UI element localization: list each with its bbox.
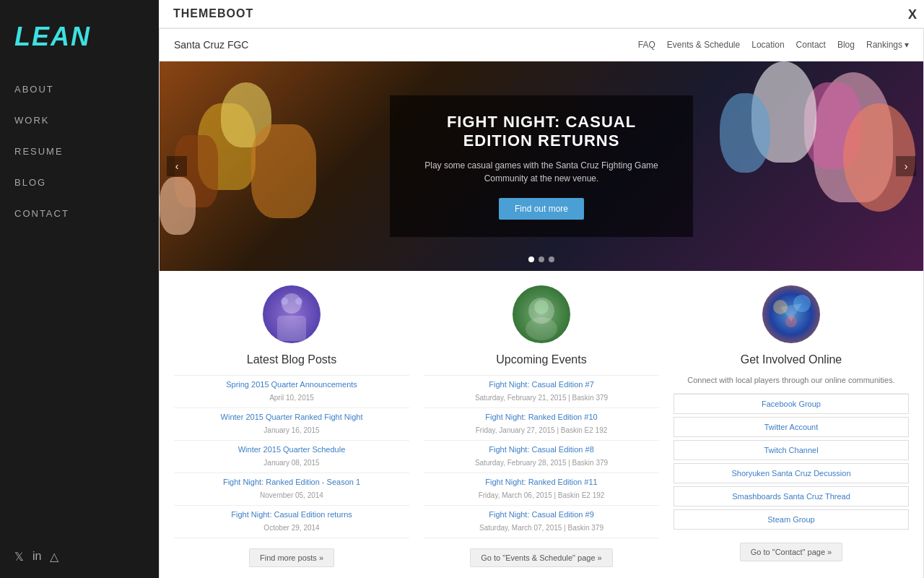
event-item-4: Fight Night: Ranked Edition #11 Friday, … — [424, 473, 659, 506]
event-item-2-link[interactable]: Fight Night: Ranked Edition #10 — [427, 413, 656, 421]
event-item-3: Fight Night: Casual Edition #8 Saturday,… — [424, 441, 659, 473]
event-item-1: Fight Night: Casual Edition #7 Saturday,… — [424, 376, 659, 408]
community-link-steam[interactable]: Steam Group — [674, 509, 909, 530]
event-item-3-date: Saturday, February 28, 2015 | Baskin 379 — [475, 459, 608, 467]
community-link-smashboards[interactable]: Smashboards Santa Cruz Thread — [674, 486, 909, 506]
event-item-3-link[interactable]: Fight Night: Casual Edition #8 — [427, 445, 656, 454]
sidebar-item-blog[interactable]: BLOG — [0, 167, 159, 198]
sidebar-item-work[interactable]: WORK — [0, 105, 159, 136]
hero-next-button[interactable]: › — [896, 156, 916, 176]
community-subtitle: Connect with local players through our o… — [687, 375, 894, 386]
community-link-twitch[interactable]: Twitch Channel — [674, 440, 909, 460]
event-item-5-date: Saturday, March 07, 2015 | Baskin 379 — [479, 524, 603, 532]
sidebar-item-about[interactable]: ABOUT — [0, 74, 159, 105]
community-links-list: Facebook Group Twitter Account Twitch Ch… — [674, 393, 909, 532]
github-icon[interactable]: △ — [50, 550, 58, 564]
events-col-title: Upcoming Events — [496, 353, 586, 366]
site-nav-links: FAQ Events & Schedule Location Contact B… — [638, 40, 909, 50]
blog-item-3-link[interactable]: Winter 2015 Quarter Schedule — [177, 445, 406, 454]
linkedin-icon[interactable]: in — [32, 550, 41, 564]
blog-item-3: Winter 2015 Quarter Schedule January 08,… — [174, 441, 409, 473]
sidebar-nav: ABOUT WORK RESUME BLOG CONTACT — [0, 74, 159, 229]
sidebar: LEAN ABOUT WORK RESUME BLOG CONTACT 𝕏 in… — [0, 0, 159, 578]
svg-point-5 — [526, 317, 557, 340]
community-icon — [762, 285, 820, 343]
svg-point-2 — [281, 298, 288, 305]
community-contact-button[interactable]: Go to "Contact" page » — [740, 543, 842, 561]
blog-item-1-link[interactable]: Spring 2015 Quarter Announcements — [177, 380, 406, 389]
site-nav: Santa Cruz FGC FAQ Events & Schedule Loc… — [160, 29, 923, 61]
blog-items-list: Spring 2015 Quarter Announcements April … — [174, 375, 409, 538]
blog-icon — [263, 285, 321, 343]
community-column: Get Involved Online Connect with local p… — [674, 285, 909, 567]
event-item-2: Fight Night: Ranked Edition #10 Friday, … — [424, 408, 659, 441]
bottom-section: Latest Blog Posts Spring 2015 Quarter An… — [160, 271, 923, 578]
event-item-4-link[interactable]: Fight Night: Ranked Edition #11 — [427, 478, 656, 486]
sidebar-item-contact[interactable]: CONTACT — [0, 198, 159, 229]
hero-dot-3[interactable] — [549, 256, 554, 262]
events-more-button[interactable]: Go to "Events & Schedule" page » — [470, 548, 612, 567]
hero-title: FIGHT NIGHT: CASUAL EDITION RETURNS — [416, 113, 667, 150]
blog-item-4: Fight Night: Ranked Edition - Season 1 N… — [174, 473, 409, 506]
events-icon — [513, 285, 570, 343]
main-content: THEMEBOOT Santa Cruz FGC FAQ Events & Sc… — [159, 0, 924, 578]
blog-item-2-link[interactable]: Winter 2015 Quarter Ranked Fight Night — [177, 413, 406, 421]
sidebar-item-resume[interactable]: RESUME — [0, 136, 159, 167]
hero-dot-2[interactable] — [539, 256, 544, 262]
hero-subtitle: Play some casual games with the Santa Cr… — [416, 159, 667, 185]
community-link-twitter[interactable]: Twitter Account — [674, 417, 909, 437]
community-col-title: Get Involved Online — [741, 353, 842, 366]
twitter-icon[interactable]: 𝕏 — [14, 550, 24, 564]
blog-item-1-date: April 10, 2015 — [269, 394, 314, 402]
hero-cta-button[interactable]: Find out more — [499, 198, 584, 220]
top-bar-title: THEMEBOOT — [173, 7, 253, 20]
blog-item-3-date: January 08, 2015 — [263, 459, 319, 467]
site-nav-rankings-dropdown[interactable]: Rankings ▾ — [866, 40, 909, 50]
events-column: Upcoming Events Fight Night: Casual Edit… — [424, 285, 659, 567]
svg-point-3 — [295, 298, 302, 305]
hero-dot-1[interactable] — [528, 256, 534, 262]
blog-item-5-date: October 29, 2014 — [263, 524, 319, 532]
blog-item-2: Winter 2015 Quarter Ranked Fight Night J… — [174, 408, 409, 441]
svg-point-6 — [534, 300, 549, 314]
event-item-2-date: Friday, January 27, 2015 | Baskin E2 192 — [476, 426, 608, 434]
blog-item-5: Fight Night: Casual Edition returns Octo… — [174, 506, 409, 538]
blog-item-4-date: November 05, 2014 — [260, 491, 323, 499]
blog-item-5-link[interactable]: Fight Night: Casual Edition returns — [177, 510, 406, 519]
hero-content: FIGHT NIGHT: CASUAL EDITION RETURNS Play… — [390, 95, 693, 237]
event-item-5: Fight Night: Casual Edition #9 Saturday,… — [424, 506, 659, 538]
hero-prev-button[interactable]: ‹ — [167, 156, 187, 176]
site-nav-blog[interactable]: Blog — [837, 40, 855, 50]
site-nav-location[interactable]: Location — [751, 40, 784, 50]
hero-slider: FIGHT NIGHT: CASUAL EDITION RETURNS Play… — [160, 61, 923, 271]
close-button[interactable]: X — [908, 7, 917, 22]
site-brand: Santa Cruz FGC — [174, 39, 248, 51]
community-link-shoryuken[interactable]: Shoryuken Santa Cruz Decussion — [674, 463, 909, 483]
event-item-5-link[interactable]: Fight Night: Casual Edition #9 — [427, 510, 656, 519]
blog-more-button[interactable]: Find more posts » — [249, 548, 334, 567]
site-nav-events[interactable]: Events & Schedule — [667, 40, 740, 50]
event-item-1-link[interactable]: Fight Night: Casual Edition #7 — [427, 380, 656, 389]
site-nav-faq[interactable]: FAQ — [638, 40, 655, 50]
blog-item-1: Spring 2015 Quarter Announcements April … — [174, 376, 409, 408]
blog-col-title: Latest Blog Posts — [247, 353, 337, 366]
blog-posts-column: Latest Blog Posts Spring 2015 Quarter An… — [174, 285, 409, 567]
site-nav-contact[interactable]: Contact — [796, 40, 826, 50]
svg-rect-1 — [277, 316, 306, 341]
browser-mockup: Santa Cruz FGC FAQ Events & Schedule Loc… — [159, 28, 924, 578]
event-item-4-date: Friday, March 06, 2015 | Baskin E2 192 — [479, 491, 605, 499]
blog-item-4-link[interactable]: Fight Night: Ranked Edition - Season 1 — [177, 478, 406, 486]
event-item-1-date: Saturday, February 21, 2015 | Baskin 379 — [475, 394, 608, 402]
community-link-facebook[interactable]: Facebook Group — [674, 394, 909, 414]
hero-dots — [528, 256, 554, 262]
top-bar: THEMEBOOT — [159, 0, 924, 28]
blog-item-2-date: January 16, 2015 — [263, 426, 319, 434]
events-items-list: Fight Night: Casual Edition #7 Saturday,… — [424, 375, 659, 538]
sidebar-social-icons: 𝕏 in △ — [14, 550, 58, 564]
sidebar-logo: LEAN — [0, 14, 159, 74]
